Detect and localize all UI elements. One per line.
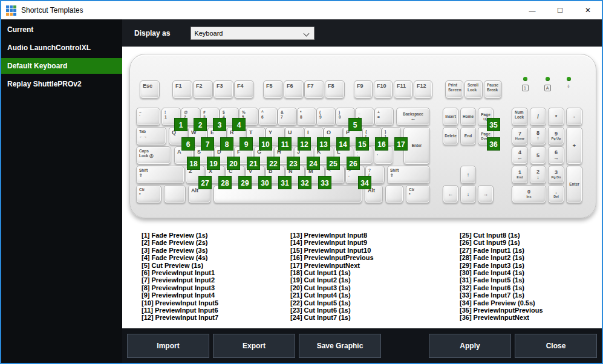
key-3pgdn[interactable]: 3Pg Dn xyxy=(548,166,564,184)
shortcut-badge-20: 20 xyxy=(227,157,240,170)
key-f10[interactable]: F10 xyxy=(374,80,393,99)
key-0ins[interactable]: 0Ins xyxy=(512,185,546,203)
key-tab[interactable]: Tab←→ xyxy=(136,127,166,145)
key-ctr[interactable]: Ctr* xyxy=(136,185,161,203)
key-blank[interactable] xyxy=(385,185,403,203)
key-label: Num xyxy=(515,110,527,115)
key-7[interactable]: &7 xyxy=(278,108,297,126)
key-6[interactable]: 6→ xyxy=(548,146,564,164)
key-7home[interactable]: 7Home xyxy=(512,127,528,145)
key-ctr[interactable]: Ctr* xyxy=(406,185,430,203)
key-1end[interactable]: 1End xyxy=(512,166,528,184)
key-8[interactable]: 8↑ xyxy=(530,127,546,145)
key-pausebreak[interactable]: PauseBreak xyxy=(484,80,502,99)
close-window-button[interactable]: ✕ xyxy=(574,1,602,19)
key-shift[interactable]: Shift⇧ xyxy=(136,166,184,184)
key-blank[interactable] xyxy=(164,185,186,203)
key-9pgup[interactable]: 9Pg Up xyxy=(548,127,564,145)
key-f4[interactable]: F4 xyxy=(234,80,254,99)
key-label: ↓ xyxy=(467,192,470,197)
sidebar-item-audio-launchcontrolxl[interactable]: Audio LaunchControlXL xyxy=(1,40,122,56)
key-label: Lock Ⓐ xyxy=(139,154,171,158)
key-label: 9 xyxy=(319,115,335,120)
key-label: F7 xyxy=(307,83,324,89)
key-f9[interactable]: F9 xyxy=(354,80,373,99)
key-numlock[interactable]: NumLock xyxy=(512,108,528,126)
sidebar-item-default-keyboard[interactable]: Default Keyboard xyxy=(1,58,122,74)
key-printscreen[interactable]: PrintScreen xyxy=(445,80,463,99)
key-label: ' xyxy=(377,154,393,158)
key-esc[interactable]: Esc xyxy=(140,80,160,99)
key-f11[interactable]: F11 xyxy=(394,80,412,99)
key-scrolllock[interactable]: ScrollLock xyxy=(464,80,483,99)
key-symbol[interactable]: - xyxy=(566,108,582,126)
key-symbol[interactable]: ← xyxy=(443,185,458,203)
app-icon-cell xyxy=(13,13,16,16)
key-label: Enter xyxy=(569,182,579,187)
key-symbol[interactable]: ↓ xyxy=(460,185,476,203)
key-symbol[interactable]: → xyxy=(478,185,494,203)
shortcut-entry: [34] Fade Preview (0.5s) xyxy=(460,299,543,307)
key-shift[interactable]: Shift⇧ xyxy=(387,166,430,184)
save-graphic-button[interactable]: Save Graphic xyxy=(299,334,381,358)
key-delete[interactable]: Delete xyxy=(443,127,458,145)
key-label: F5 xyxy=(266,83,282,89)
key-f1[interactable]: F1 xyxy=(172,80,192,99)
shortcut-badge-2: 2 xyxy=(194,118,207,131)
key-symbol[interactable]: * xyxy=(548,108,564,126)
shortcut-badge-15: 15 xyxy=(356,137,369,151)
key-f2[interactable]: F2 xyxy=(193,80,213,99)
display-as-dropdown[interactable]: Keyboard xyxy=(191,27,315,40)
shortcut-entry: [16] PreviewInputPrevious xyxy=(290,254,374,261)
key-label: ← xyxy=(411,116,416,122)
led-glyph-icon: 1 xyxy=(522,85,529,91)
key-9[interactable]: (9 xyxy=(316,108,336,126)
key-5[interactable]: 5 xyxy=(530,146,546,164)
key-end[interactable]: End xyxy=(460,127,476,145)
shortcut-column-1: [1] Fade Preview (1s)[2] Fade Preview (2… xyxy=(142,232,218,322)
shortcut-entry: [35] PreviewInputPrevious xyxy=(460,307,543,314)
key-label: Screen xyxy=(448,88,463,93)
export-button[interactable]: Export xyxy=(213,334,295,358)
key-home[interactable]: Home xyxy=(460,108,476,126)
key-symbol[interactable]: ~` xyxy=(136,108,160,126)
maximize-button[interactable]: ☐ xyxy=(546,1,574,19)
key-f12[interactable]: F12 xyxy=(414,80,432,99)
key-enter[interactable]: Enter xyxy=(566,166,582,203)
key-backspace[interactable]: Backspace← xyxy=(396,108,430,126)
keyboard-graphic: EscF1F2F3F4F5F6F7F8F9F10F11F12PrintScree… xyxy=(129,54,596,218)
key-8[interactable]: *8 xyxy=(297,108,316,126)
shortcut-badge-11: 11 xyxy=(278,137,292,151)
sidebar-item-replay-shuttleprov2[interactable]: Replay ShuttlePROv2 xyxy=(1,76,122,92)
key-f8[interactable]: F8 xyxy=(325,80,345,99)
key-del[interactable]: .Del xyxy=(548,185,564,203)
sidebar-item-current[interactable]: Current xyxy=(1,22,122,37)
key-label: I xyxy=(307,129,323,135)
shortcut-badge-8: 8 xyxy=(220,137,233,151)
close-button[interactable]: Close xyxy=(515,334,597,358)
key-f3[interactable]: F3 xyxy=(213,80,233,99)
key-symbol[interactable]: ↑ xyxy=(460,166,476,184)
apply-button[interactable]: Apply xyxy=(429,334,511,358)
key-6[interactable]: ^6 xyxy=(258,108,278,126)
key-capslock[interactable]: CapsLock Ⓐ xyxy=(136,146,171,164)
key-label: * xyxy=(300,110,316,115)
key-label: Pause xyxy=(487,83,501,88)
key-2[interactable]: 2↓ xyxy=(530,166,546,184)
key-symbol[interactable]: + xyxy=(566,127,582,164)
key-4[interactable]: 4← xyxy=(512,146,528,164)
minimize-button[interactable]: — xyxy=(518,1,546,19)
key-f7[interactable]: F7 xyxy=(304,80,324,99)
key-f6[interactable]: F6 xyxy=(284,80,304,99)
key-symbol[interactable]: += xyxy=(374,108,394,126)
key-label: F8 xyxy=(328,83,344,89)
status-led: A xyxy=(537,77,558,92)
key-insert[interactable]: Insert xyxy=(443,108,458,126)
shortcut-badge-3: 3 xyxy=(213,118,226,131)
shortcut-entry: [23] Cut Input6 (1s) xyxy=(290,307,374,314)
import-button[interactable]: Import xyxy=(127,334,209,358)
key-label: Insert xyxy=(445,114,456,119)
app-icon-cell xyxy=(6,5,9,8)
key-symbol[interactable]: / xyxy=(530,108,546,126)
key-f5[interactable]: F5 xyxy=(263,80,283,99)
